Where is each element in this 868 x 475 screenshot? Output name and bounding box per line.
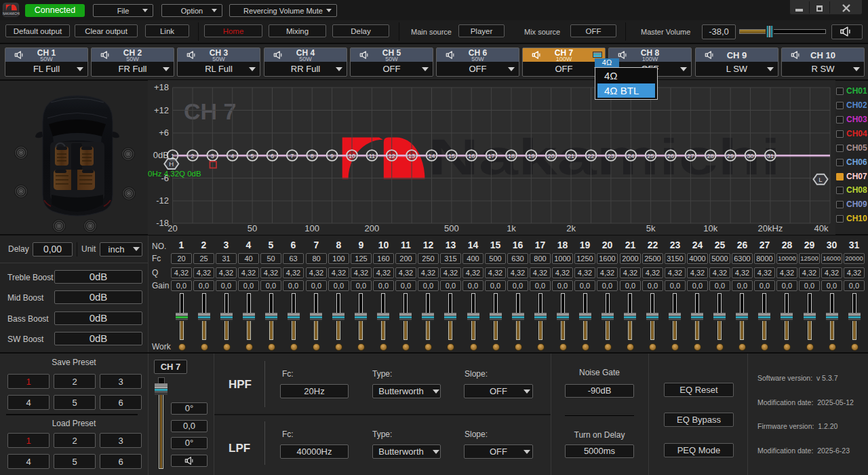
svg-text:0dB: 0dB: [153, 150, 169, 160]
svg-text:100: 100: [304, 223, 319, 233]
svg-text:40k: 40k: [814, 223, 829, 233]
svg-text:26: 26: [667, 153, 674, 159]
svg-text:27: 27: [687, 153, 694, 159]
svg-text:24: 24: [627, 153, 634, 159]
svg-text:9: 9: [330, 153, 334, 159]
svg-text:500: 500: [444, 223, 459, 233]
svg-text:12: 12: [389, 153, 395, 159]
svg-text:0Hz 4,32Q 0dB: 0Hz 4,32Q 0dB: [148, 170, 201, 178]
svg-text:4: 4: [231, 153, 234, 159]
svg-text:1: 1: [171, 153, 174, 159]
svg-text:31: 31: [767, 153, 774, 159]
svg-text:20kHz: 20kHz: [757, 223, 783, 233]
svg-text:20: 20: [548, 153, 555, 159]
svg-text:30: 30: [747, 153, 753, 159]
svg-text:11: 11: [369, 153, 375, 159]
svg-text:-12: -12: [156, 195, 169, 206]
svg-text:10k: 10k: [703, 223, 717, 233]
svg-text:10: 10: [349, 153, 355, 159]
svg-text:17: 17: [488, 153, 495, 159]
svg-text:1k: 1k: [507, 223, 516, 233]
svg-text:CH 7: CH 7: [184, 98, 236, 124]
svg-text:29: 29: [727, 153, 734, 159]
svg-text:25: 25: [648, 153, 654, 159]
svg-text:3: 3: [211, 153, 214, 159]
svg-text:+12: +12: [154, 105, 169, 115]
svg-text:13: 13: [408, 153, 415, 159]
svg-text:14: 14: [428, 153, 435, 159]
svg-text:18: 18: [508, 153, 515, 159]
svg-text:19: 19: [528, 153, 534, 159]
svg-text:-18: -18: [156, 218, 169, 228]
svg-text:16: 16: [468, 153, 475, 159]
svg-text:22: 22: [587, 153, 594, 159]
svg-text:2k: 2k: [566, 223, 576, 233]
svg-text:L: L: [818, 176, 822, 183]
svg-text:5: 5: [251, 153, 254, 159]
svg-text:6: 6: [271, 153, 274, 159]
svg-text:H: H: [169, 160, 174, 168]
svg-text:+6: +6: [159, 128, 169, 138]
svg-text:28: 28: [707, 153, 714, 159]
svg-text:23: 23: [608, 153, 614, 159]
svg-text:200: 200: [365, 223, 380, 233]
svg-text:15: 15: [448, 153, 455, 159]
svg-text:21: 21: [568, 153, 574, 159]
svg-text:+18: +18: [154, 82, 169, 92]
svg-text:7: 7: [290, 153, 294, 159]
svg-text:8: 8: [311, 153, 314, 159]
svg-text:50: 50: [248, 223, 257, 233]
svg-text:2: 2: [191, 153, 194, 159]
svg-text:20: 20: [167, 223, 177, 233]
svg-text:5k: 5k: [646, 223, 656, 233]
